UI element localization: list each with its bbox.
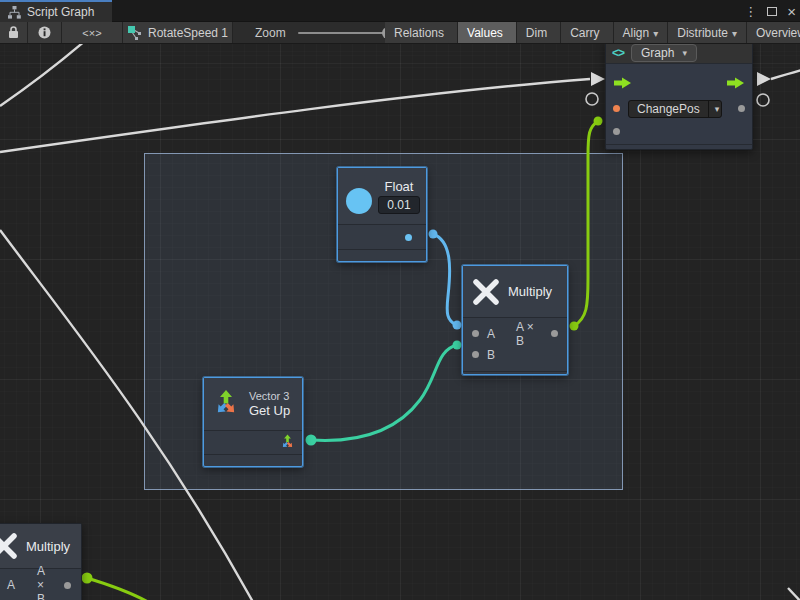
unconnected-port-right[interactable] [757, 94, 769, 106]
graph-breadcrumb-label: RotateSpeed 1 [148, 26, 228, 40]
graph-node-header: <> Graph ▾ [606, 44, 752, 64]
wire-endpoint-float [429, 230, 438, 239]
script-graph-icon [8, 6, 21, 19]
multiply-icon [0, 533, 17, 559]
wire-endpoint-multiply2-out [82, 573, 93, 584]
port-label-out: A × B [516, 320, 535, 348]
wire-endpoint-multiply-a [453, 321, 462, 330]
menu-dots-icon[interactable]: ⋮ [744, 5, 757, 18]
info-button[interactable] [28, 22, 62, 43]
tab-script-graph[interactable]: Script Graph [0, 0, 112, 22]
node-multiply-2[interactable]: Multiply A A × B [0, 523, 82, 600]
chevron-down-icon: ▾ [708, 101, 722, 117]
node-float[interactable]: Float 0.01 [337, 167, 427, 262]
toggle-carry[interactable]: Carry [561, 22, 613, 44]
float-value-field[interactable]: 0.01 [378, 196, 420, 214]
lock-button[interactable] [0, 22, 28, 43]
port-label-a: A [487, 327, 495, 341]
chevron-down-icon: ▾ [682, 48, 687, 58]
multiply-node-body: A A × B B [463, 318, 567, 371]
changepos-input-port[interactable] [613, 105, 620, 112]
multiply-node-title: Multiply [508, 284, 552, 299]
multiply-b-port[interactable] [472, 351, 479, 358]
vector3-node-subtitle: Vector 3 [249, 390, 289, 402]
node-multiply[interactable]: Multiply A A × B B [462, 265, 568, 375]
code-view-button[interactable]: <×> [62, 22, 123, 43]
vector3-icon [211, 389, 241, 419]
node-vector3-getup[interactable]: Vector 3 Get Up [203, 377, 303, 467]
float-node-header: Float 0.01 [338, 168, 426, 225]
tab-title: Script Graph [27, 5, 94, 19]
wire-white-topleft[interactable] [0, 44, 86, 106]
graph-breadcrumb[interactable]: RotateSpeed 1 [123, 22, 233, 43]
node-footer [338, 249, 426, 259]
unconnected-port-left[interactable] [586, 93, 598, 105]
multiply-out-port[interactable] [551, 330, 558, 337]
flow-in-arrow-icon[interactable] [613, 77, 632, 89]
multiply-node-header: Multiply [463, 266, 567, 318]
wire-control-out[interactable] [771, 70, 800, 79]
graph-canvas[interactable]: <> Graph ▾ [0, 44, 800, 600]
node-footer [204, 454, 302, 464]
multiply2-node-title: Multiply [26, 539, 70, 554]
maximize-icon[interactable] [767, 7, 777, 16]
graph-dropdown-button[interactable]: Graph ▾ [631, 44, 697, 62]
toolbar-toggles: Relations Values Dim Carry Align▾ Distri… [385, 22, 800, 44]
wire-multiply2-out[interactable] [87, 578, 148, 600]
float-node-body [338, 225, 426, 249]
window-controls: ⋮ × [744, 0, 796, 22]
info-icon [38, 26, 51, 39]
vector3-node-header: Vector 3 Get Up [204, 378, 302, 431]
value-port[interactable] [738, 105, 745, 112]
changepos-dropdown[interactable]: ChangePos ▾ [628, 100, 722, 118]
flow-out-arrow-icon[interactable] [726, 77, 745, 89]
vector3-node-title: Get Up [249, 403, 290, 418]
multiply-icon [473, 279, 499, 305]
vector3-output-port-icon[interactable] [279, 434, 296, 451]
toggle-relations[interactable]: Relations [385, 22, 458, 44]
wire-float-to-multiply-a[interactable] [433, 234, 456, 325]
float-node-title: Float [385, 179, 414, 194]
graph-node-icon [127, 25, 142, 40]
multiply2-out-port[interactable] [64, 582, 71, 589]
multiply2-node-header: Multiply [0, 524, 81, 569]
flow-arrowhead-in [591, 72, 605, 86]
code-brackets-icon: <> [612, 46, 624, 60]
graph-toolbar: <×> RotateSpeed 1 Zoom 1x Relations Valu… [0, 22, 800, 44]
node-footer [463, 371, 567, 381]
zoom-slider[interactable] [298, 32, 392, 34]
wire-white-corner[interactable] [788, 588, 800, 600]
zoom-label: Zoom [255, 26, 286, 40]
multiply-a-port[interactable] [472, 330, 479, 337]
wire-getup-to-multiply-b[interactable] [311, 345, 457, 440]
wire-multiply-to-changepos[interactable] [574, 121, 598, 326]
code-icon: <×> [82, 27, 101, 39]
node-footer [606, 144, 752, 154]
graph-node-body: ChangePos ▾ [606, 64, 752, 141]
port-label-b: B [487, 348, 495, 362]
wire-endpoint-multiply-b [453, 341, 462, 350]
value-port[interactable] [613, 128, 620, 135]
tab-bar: Script Graph ⋮ × [0, 0, 800, 22]
vector3-node-body [204, 431, 302, 454]
toggle-dim[interactable]: Dim [517, 22, 561, 44]
close-icon[interactable]: × [787, 4, 796, 19]
toggle-values[interactable]: Values [458, 22, 517, 44]
toggle-distribute[interactable]: Distribute▾ [668, 22, 747, 44]
toggle-overview[interactable]: Overview [747, 22, 800, 44]
port-label-out: A × B [37, 564, 46, 600]
float-output-port[interactable] [405, 234, 412, 241]
node-graph-output[interactable]: <> Graph ▾ [605, 44, 753, 150]
toggle-align[interactable]: Align▾ [614, 22, 669, 44]
flow-arrowhead-out [757, 72, 771, 86]
script-graph-window: Script Graph ⋮ × <×> [0, 0, 800, 600]
multiply2-node-body: A A × B [0, 569, 81, 600]
float-type-icon [346, 188, 372, 214]
wire-endpoint-multiply-out [570, 322, 579, 331]
wire-endpoint-getup [306, 435, 317, 446]
lock-icon [8, 26, 19, 39]
wire-control-in[interactable] [0, 79, 590, 152]
wire-endpoint-changepos [594, 117, 603, 126]
port-label-a: A [7, 578, 15, 592]
